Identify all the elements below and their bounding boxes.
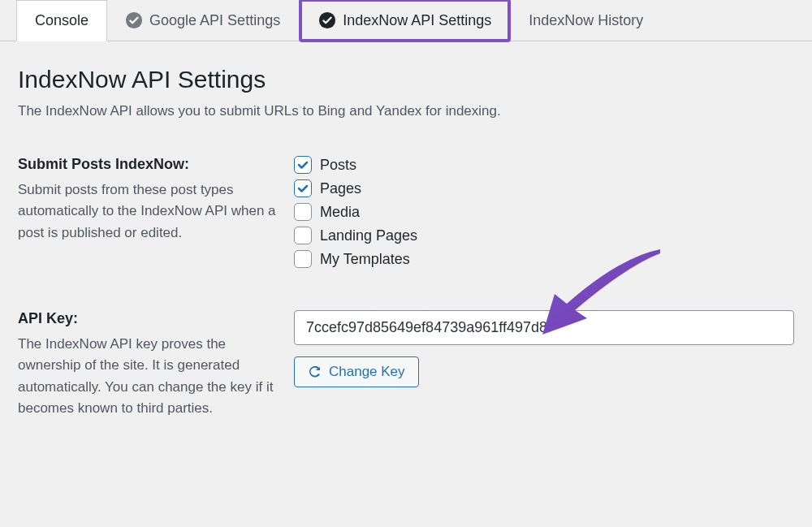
checkbox-icon[interactable]	[294, 179, 312, 197]
setting-label: API Key:	[18, 310, 278, 327]
checkbox-pages[interactable]: Pages	[294, 179, 794, 197]
tab-console[interactable]: Console	[16, 0, 107, 41]
check-circle-icon	[125, 11, 143, 29]
checkbox-label: Posts	[320, 157, 356, 174]
setting-help: The IndexNow API key proves the ownershi…	[18, 334, 278, 419]
checkbox-media[interactable]: Media	[294, 203, 794, 221]
refresh-icon	[308, 365, 322, 379]
tab-label: IndexNow API Settings	[343, 12, 491, 29]
page-title: IndexNow API Settings	[18, 66, 794, 93]
checkbox-icon[interactable]	[294, 227, 312, 244]
checkbox-posts[interactable]: Posts	[294, 156, 794, 174]
checkbox-landing-pages[interactable]: Landing Pages	[294, 227, 794, 244]
tab-google-api-settings[interactable]: Google API Settings	[107, 0, 299, 41]
tab-label: Console	[35, 12, 89, 29]
settings-content: IndexNow API Settings The IndexNow API a…	[0, 41, 812, 473]
tab-indexnow-history[interactable]: IndexNow History	[511, 0, 662, 41]
tab-indexnow-api-settings[interactable]: IndexNow API Settings	[299, 0, 511, 42]
checkbox-label: Pages	[320, 180, 361, 197]
tab-label: Google API Settings	[149, 12, 280, 29]
setting-label: Submit Posts IndexNow:	[18, 156, 278, 173]
setting-api-key: API Key: The IndexNow API key proves the…	[18, 310, 794, 419]
page-description: The IndexNow API allows you to submit UR…	[18, 103, 794, 119]
checkbox-label: Landing Pages	[320, 227, 417, 244]
api-key-input[interactable]	[294, 310, 794, 345]
button-label: Change Key	[329, 364, 405, 380]
checkbox-label: My Templates	[320, 251, 410, 268]
change-key-button[interactable]: Change Key	[294, 356, 419, 387]
check-circle-icon	[318, 11, 336, 29]
checkbox-label: Media	[320, 204, 360, 221]
checkbox-icon[interactable]	[294, 203, 312, 221]
tab-label: IndexNow History	[529, 12, 643, 29]
tabs-bar: Console Google API Settings IndexNow API…	[0, 0, 812, 41]
checkbox-icon[interactable]	[294, 156, 312, 174]
checkbox-icon[interactable]	[294, 250, 312, 268]
setting-submit-posts: Submit Posts IndexNow: Submit posts from…	[18, 156, 794, 274]
setting-help: Submit posts from these post types autom…	[18, 179, 278, 244]
checkbox-my-templates[interactable]: My Templates	[294, 250, 794, 268]
